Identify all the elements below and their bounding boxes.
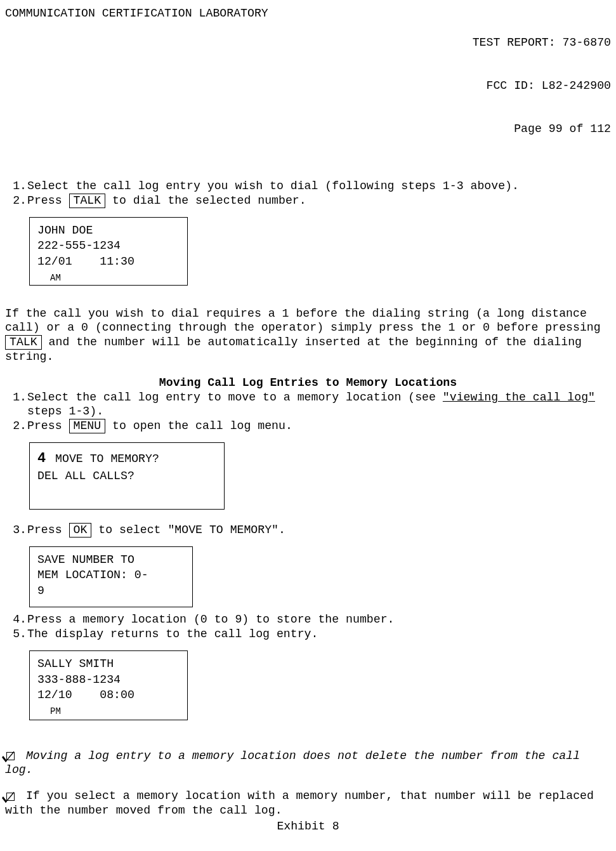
test-report: TEST REPORT: 73-6870 — [473, 36, 611, 50]
lcd-line: 222-555-1234 — [37, 238, 180, 254]
step-2: 2. Press TALK to dial the selected numbe… — [5, 194, 611, 208]
step-num: 2. — [5, 419, 27, 433]
lcd-line: PM — [37, 706, 180, 718]
step-num: 2. — [5, 194, 27, 208]
lcd-line: 12/01 11:30 — [37, 254, 180, 270]
lcd-line: 4 MOVE TO MEMORY? — [37, 449, 216, 468]
lcd-screen-save-prompt: SAVE NUMBER TO MEM LOCATION: 0- 9 — [29, 546, 193, 607]
lcd-line: 12/10 08:00 — [37, 687, 180, 703]
step-text: Press a memory location (0 to 9) to stor… — [27, 612, 611, 627]
step-3: 3. Press OK to select "MOVE TO MEMORY". — [5, 523, 611, 538]
step-text: The display returns to the call log entr… — [27, 627, 611, 642]
step-num: 5. — [5, 627, 27, 642]
step-num: 1. — [5, 179, 27, 194]
lcd-line: SALLY SMITH — [37, 656, 180, 672]
step-1: 1. Select the call log entry to move to … — [5, 390, 611, 419]
ok-key: OK — [69, 523, 92, 538]
checkmark-icon — [5, 750, 18, 763]
step-text: Press MENU to open the call log menu. — [27, 419, 611, 433]
step-num: 1. — [5, 390, 27, 419]
paragraph-prefix-dial: If the call you wish to dial requires a … — [5, 307, 611, 364]
step-5: 5. The display returns to the call log e… — [5, 627, 611, 642]
lcd-line: DEL ALL CALLS? — [37, 468, 216, 484]
exhibit-footer: Exhibit 8 — [5, 819, 611, 834]
header-right: TEST REPORT: 73-6870 FCC ID: L82-242900 … — [473, 6, 611, 165]
lcd-screen-move-menu: 4 MOVE TO MEMORY? DEL ALL CALLS? — [29, 442, 225, 510]
step-2: 2. Press MENU to open the call log menu. — [5, 419, 611, 433]
step-text: Select the call log entry to move to a m… — [27, 390, 611, 419]
step-text: Press OK to select "MOVE TO MEMORY". — [27, 523, 611, 538]
note-1: Moving a log entry to a memory location … — [5, 749, 611, 778]
lcd-screen-john-doe: JOHN DOE 222-555-1234 12/01 11:30 AM — [29, 217, 188, 286]
step-num: 4. — [5, 612, 27, 627]
note-2: If you select a memory location with a m… — [5, 789, 611, 818]
step-1: 1. Select the call log entry you wish to… — [5, 179, 611, 194]
lcd-screen-sally-smith: SALLY SMITH 333-888-1234 12/10 08:00 PM — [29, 650, 188, 720]
lcd-line: AM — [37, 272, 180, 284]
page-number: Page 99 of 112 — [473, 122, 611, 136]
section-title: Moving Call Log Entries to Memory Locati… — [5, 376, 611, 390]
lcd-line: 9 — [37, 583, 185, 599]
talk-key: TALK — [5, 335, 42, 350]
page-header: COMMUNICATION CERTIFICATION LABORATORY T… — [5, 6, 611, 165]
step-4: 4. Press a memory location (0 to 9) to s… — [5, 612, 611, 627]
checkmark-icon — [5, 791, 18, 803]
fcc-id: FCC ID: L82-242900 — [473, 79, 611, 93]
step-list-move: 1. Select the call log entry to move to … — [5, 390, 611, 433]
step-4-5-wrap: 4. Press a memory location (0 to 9) to s… — [5, 612, 611, 642]
step-text: Select the call log entry you wish to di… — [27, 179, 611, 194]
lcd-line: MEM LOCATION: 0- — [37, 567, 185, 583]
header-left: COMMUNICATION CERTIFICATION LABORATORY — [5, 6, 268, 165]
lcd-line: SAVE NUMBER TO — [37, 552, 185, 568]
step-num: 3. — [5, 523, 27, 538]
lcd-line: JOHN DOE — [37, 223, 180, 239]
menu-key: MENU — [69, 419, 106, 433]
step-list-dial: 1. Select the call log entry you wish to… — [5, 179, 611, 208]
talk-key: TALK — [69, 194, 106, 208]
lcd-line: 333-888-1234 — [37, 672, 180, 688]
step-text: Press TALK to dial the selected number. — [27, 194, 611, 208]
step-3-wrap: 3. Press OK to select "MOVE TO MEMORY". — [5, 523, 611, 538]
